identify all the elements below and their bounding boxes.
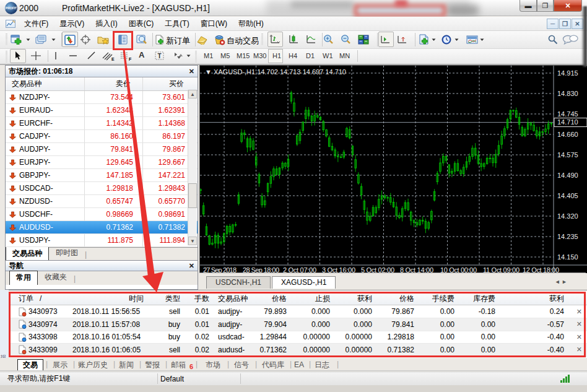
svg-text:14.150: 14.150 (557, 253, 578, 261)
svg-text:14.915: 14.915 (557, 69, 578, 77)
svg-text:▼ XAGUSD-,H1 14.702 14.713 14: ▼ XAGUSD-,H1 14.702 14.713 14.697 14.710 (205, 68, 346, 76)
svg-text:14.405: 14.405 (557, 192, 578, 199)
svg-text:E: E (111, 57, 115, 61)
svg-text:14.745: 14.745 (557, 110, 578, 118)
svg-text:F: F (129, 57, 132, 61)
svg-text:14.490: 14.490 (557, 172, 578, 179)
svg-text:14.710: 14.710 (557, 118, 578, 126)
svg-text:14.660: 14.660 (557, 131, 578, 138)
svg-text:14.235: 14.235 (557, 233, 578, 240)
svg-text:14.320: 14.320 (557, 212, 578, 220)
svg-text:T: T (158, 53, 162, 59)
svg-text:14.575: 14.575 (557, 151, 578, 159)
svg-text:14.830: 14.830 (557, 90, 578, 97)
